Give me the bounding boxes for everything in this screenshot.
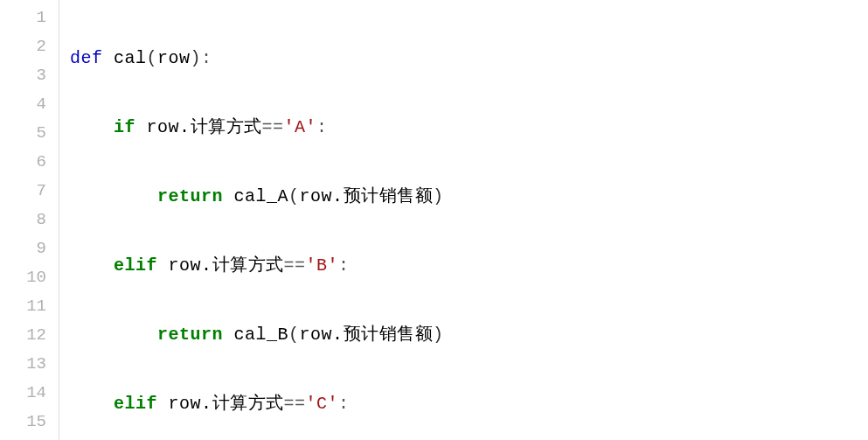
line-number: 4 <box>0 90 59 119</box>
code-line-6[interactable]: elif row.计算方式=='C': <box>70 389 868 418</box>
line-number: 2 <box>0 32 59 61</box>
paren-open: ( <box>288 325 300 345</box>
space <box>135 117 147 137</box>
code-line-5[interactable]: return cal_B(row.预计销售额) <box>70 320 868 349</box>
code-line-2[interactable]: if row.计算方式=='A': <box>70 113 868 142</box>
keyword-return: return <box>157 325 223 345</box>
attribute-access: row.计算方式 <box>169 394 284 414</box>
space <box>157 255 169 276</box>
argument: row.预计销售额 <box>300 325 434 345</box>
keyword-return: return <box>157 186 223 206</box>
line-number: 12 <box>0 321 59 350</box>
operator-eq: == <box>284 255 306 276</box>
string-literal: 'B' <box>306 255 339 276</box>
colon: : <box>316 117 328 137</box>
code-line-4[interactable]: elif row.计算方式=='B': <box>70 251 868 280</box>
line-number: 10 <box>0 263 59 292</box>
line-number-gutter: 1 2 3 4 5 6 7 8 9 10 11 12 13 14 15 <box>0 0 59 440</box>
line-number: 7 <box>0 177 59 206</box>
function-call: cal_B <box>234 325 289 345</box>
line-number: 6 <box>0 148 59 177</box>
paren-open: ( <box>288 186 300 206</box>
line-number: 11 <box>0 292 59 321</box>
code-editor[interactable]: def cal(row): if row.计算方式=='A': return c… <box>59 0 868 440</box>
indent <box>70 186 157 206</box>
paren-close: ) <box>191 48 202 68</box>
paren-close: ) <box>433 325 444 345</box>
argument: row.预计销售额 <box>300 186 434 206</box>
keyword-elif: elif <box>114 255 157 276</box>
code-line-1[interactable]: def cal(row): <box>70 44 868 73</box>
line-number: 3 <box>0 61 59 90</box>
indent <box>70 394 114 414</box>
keyword-def: def <box>70 48 103 68</box>
space <box>223 186 234 206</box>
indent <box>70 255 114 276</box>
indent <box>70 325 157 345</box>
space <box>157 394 169 414</box>
line-number: 13 <box>0 350 59 379</box>
line-number: 15 <box>0 408 59 437</box>
function-name: cal <box>114 48 147 68</box>
keyword-if: if <box>114 117 135 137</box>
attribute-access: row.计算方式 <box>169 255 284 276</box>
code-line-3[interactable]: return cal_A(row.预计销售额) <box>70 182 868 211</box>
string-literal: 'A' <box>284 117 317 137</box>
paren-close: ) <box>433 186 444 206</box>
space <box>223 325 234 345</box>
line-number: 1 <box>0 3 59 32</box>
parameter: row <box>157 48 191 68</box>
operator-eq: == <box>284 394 306 414</box>
function-call: cal_A <box>234 186 289 206</box>
operator-eq: == <box>262 117 284 137</box>
line-number: 5 <box>0 119 59 148</box>
paren-open: ( <box>147 48 158 68</box>
indent <box>70 117 114 137</box>
colon: : <box>338 394 350 414</box>
colon: : <box>201 48 212 68</box>
string-literal: 'C' <box>306 394 339 414</box>
attribute-access: row.计算方式 <box>147 117 262 137</box>
line-number: 8 <box>0 206 59 234</box>
line-number: 14 <box>0 379 59 408</box>
colon: : <box>338 255 350 276</box>
keyword-elif: elif <box>114 394 157 414</box>
line-number: 9 <box>0 234 59 263</box>
